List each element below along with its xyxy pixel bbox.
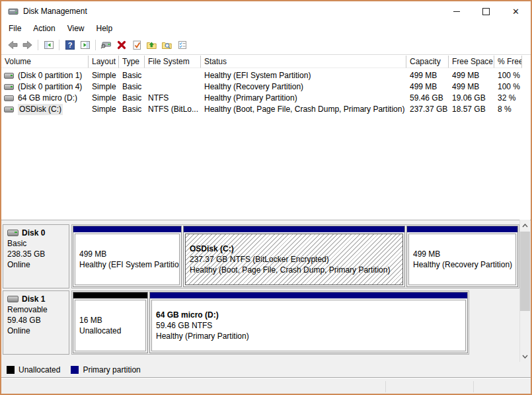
checklist-icon [177,40,188,50]
col-layout[interactable]: Layout [89,56,119,68]
maximize-button[interactable] [471,1,501,21]
partition-label: OSDisk (C:) [190,243,402,254]
col-type[interactable]: Type [119,56,145,68]
show-action-pane-button[interactable] [77,38,93,53]
free-space-cell: 499 MB [449,70,494,81]
primary-partition-swatch [71,366,79,374]
free-space-cell: 18.57 GB [449,104,494,115]
toolbar-separator [95,40,96,50]
disk-status: Online [7,259,69,270]
volume-cell: 64 GB micro (D:) [1,93,89,104]
checkmark-page-button[interactable] [129,38,144,53]
toolbar: ? [1,36,531,55]
col-capacity[interactable]: Capacity [406,56,449,68]
scrollbar-thumb[interactable] [520,232,530,311]
partition-osdisk-c[interactable]: OSDisk (C:) 237.37 GB NTFS (BitLocker En… [183,226,405,287]
show-console-tree-button[interactable] [41,38,56,53]
vertical-scrollbar[interactable] [519,220,530,362]
partition-status: Healthy (Primary Partition) [156,331,465,341]
partition-efi[interactable]: 499 MB Healthy (EFI System Partition) [73,226,182,287]
capacity-cell: 59.46 GB [406,93,449,104]
volume-name: (Disk 0 partition 1) [18,70,82,81]
disk-type: Basic [7,238,69,249]
volume-list: Volume Layout Type File System Status Ca… [1,55,531,220]
layout-cell: Simple [89,70,119,81]
forward-button[interactable] [20,38,35,53]
disk-drive-icon [8,6,19,17]
col-volume[interactable]: Volume [1,56,89,68]
legend-bar: Unallocated Primary partition [1,362,531,378]
disk-size: 59.48 GB [7,315,69,326]
menu-action[interactable]: Action [27,22,61,35]
disk-type: Removable [7,304,69,315]
partition-color-bar [73,226,181,232]
volume-name: OSDisk (C:) [18,104,63,115]
col-file-system[interactable]: File System [145,56,201,68]
delete-button[interactable] [114,38,129,53]
volume-cell: (Disk 0 partition 1) [1,70,89,81]
free-space-cell: 499 MB [449,81,494,93]
partition-size: 237.37 GB NTFS (BitLocker Encrypted) [190,254,402,265]
legend-label: Primary partition [83,365,140,374]
volume-row[interactable]: 64 GB micro (D:) Simple Basic NTFS Healt… [1,93,523,104]
disk-name: Disk 0 [22,228,45,238]
window-controls: ✕ [441,1,531,21]
volume-disk-icon [4,73,14,79]
window-title: Disk Management [23,7,87,16]
col-status[interactable]: Status [201,56,406,68]
file-system-cell [145,81,201,93]
disk-status: Online [7,326,69,336]
col-free-space[interactable]: Free Space [449,56,494,68]
volume-row-selected[interactable]: OSDisk (C:) Simple Basic NTFS (BitLo... … [1,104,523,115]
scroll-up-button[interactable] [520,220,530,231]
partition-unallocated[interactable]: 16 MB Unallocated [73,292,148,353]
statusbar-separator [385,381,386,392]
layout-cell: Simple [89,104,119,115]
partition-recovery[interactable]: 499 MB Healthy (Recovery Partition) [406,226,518,287]
close-button[interactable]: ✕ [501,1,531,21]
menu-help[interactable]: Help [91,22,119,35]
status-cell: Healthy (Boot, Page File, Crash Dump, Pr… [201,104,406,115]
help-button[interactable]: ? [62,38,77,53]
svg-text:?: ? [67,41,72,49]
close-icon: ✕ [512,7,519,16]
legend-label: Unallocated [19,365,60,374]
disk0-partitions: 499 MB Healthy (EFI System Partition) OS… [71,224,519,288]
back-arrow-icon [7,40,18,50]
type-cell: Basic [119,104,145,115]
volume-row[interactable]: (Disk 0 partition 4) Simple Basic Health… [1,81,523,93]
layout-cell: Simple [89,81,119,93]
legend-primary-partition: Primary partition [71,365,140,374]
folder-up-button[interactable] [144,38,159,53]
status-cell: Healthy (Recovery Partition) [201,81,406,93]
partition-color-bar [184,226,404,232]
col-pct-free[interactable]: % Free [494,56,522,68]
partition-status: Healthy (EFI System Partition) [79,259,179,270]
folder-find-button[interactable] [159,38,174,53]
type-cell: Basic [119,81,145,93]
volume-disk-icon [4,107,14,112]
disk1-header-panel[interactable]: Disk 1 Removable 59.48 GB Online [3,290,69,355]
checklist-button[interactable] [174,38,190,53]
disk-icon [7,230,19,236]
volume-list-header: Volume Layout Type File System Status Ca… [1,56,531,69]
partition-color-bar [407,226,517,232]
toolbar-separator [59,40,59,50]
minimize-button[interactable] [441,1,471,21]
unallocated-swatch [7,366,15,374]
scroll-down-button[interactable] [520,351,530,362]
back-button[interactable] [5,38,20,53]
volume-disk-icon [4,95,14,101]
disk0-header-panel[interactable]: Disk 0 Basic 238.35 GB Online [3,224,69,288]
layout-cell: Simple [89,93,119,104]
partition-size: 499 MB [79,249,179,259]
partition-status: Healthy (Recovery Partition) [413,259,515,270]
chevron-up-icon [522,224,528,228]
menu-file[interactable]: File [3,22,27,35]
partition-status: Healthy (Boot, Page File, Crash Dump, Pr… [190,265,402,275]
rescan-drive-button[interactable] [98,38,114,53]
volume-row[interactable]: (Disk 0 partition 1) Simple Basic Health… [1,70,523,81]
menu-view[interactable]: View [61,22,91,35]
partition-d-drive[interactable]: 64 GB micro (D:) 59.46 GB NTFS Healthy (… [149,292,468,353]
title-bar: Disk Management ✕ [1,1,531,21]
